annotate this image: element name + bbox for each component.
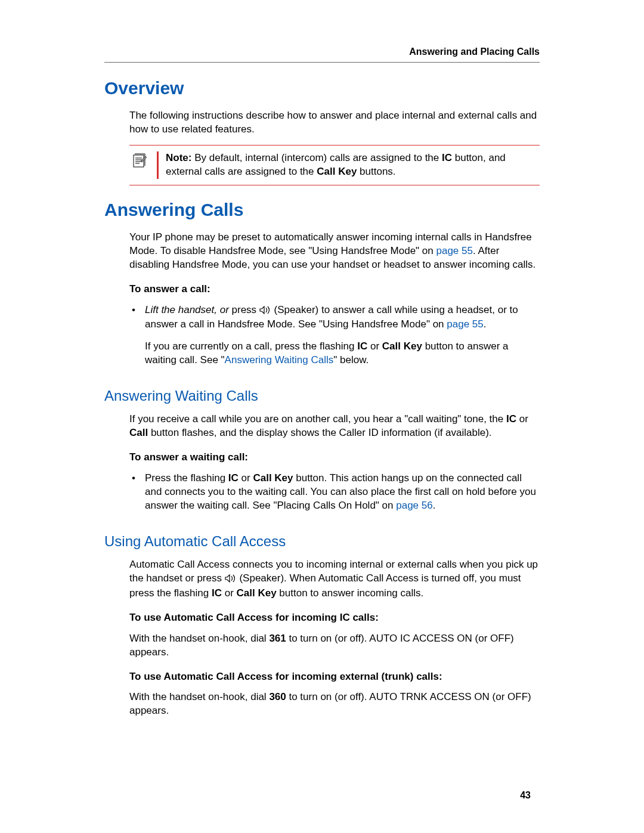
waiting-steps: Press the flashing IC or Call Key button… <box>129 472 540 513</box>
link-page-56[interactable]: page 56 <box>396 500 432 511</box>
overview-body: The following instructions describe how … <box>129 109 540 185</box>
answer-call-steps: Lift the handset, or press (Speaker) to … <box>129 304 540 368</box>
task-answer-waiting: To answer a waiting call: <box>129 451 540 465</box>
auto-paragraph-3: With the handset on-hook, dial 360 to tu… <box>129 690 540 718</box>
link-page-55[interactable]: page 55 <box>436 245 473 256</box>
auto-paragraph-2: With the handset on-hook, dial 361 to tu… <box>129 632 540 659</box>
note-label: Note: <box>166 152 191 163</box>
heading-overview: Overview <box>104 78 540 98</box>
task-auto-external: To use Automatic Call Access for incomin… <box>129 670 540 684</box>
page: Answering and Placing Calls Overview The… <box>0 0 644 833</box>
overview-paragraph: The following instructions describe how … <box>129 109 540 137</box>
header-rule <box>104 62 540 63</box>
answering-body: Your IP phone may be preset to automatic… <box>129 231 540 368</box>
running-header: Answering and Placing Calls <box>104 47 540 57</box>
note-bar <box>157 151 159 179</box>
auto-paragraph-1: Automatic Call Access connects you to in… <box>129 558 540 600</box>
task-answer-call: To answer a call: <box>129 283 540 296</box>
heading-answering-waiting: Answering Waiting Calls <box>104 388 540 404</box>
note-icon-cell <box>129 151 150 179</box>
note-text: Note: By default, internal (intercom) ca… <box>166 151 540 179</box>
speaker-icon <box>259 305 271 318</box>
note-icon <box>132 153 147 168</box>
page-number: 43 <box>520 790 531 801</box>
waiting-paragraph: If you receive a call while you are on a… <box>129 413 540 440</box>
auto-body: Automatic Call Access connects you to in… <box>129 558 540 718</box>
bullet-subparagraph: If you are currently on a call, press th… <box>145 340 540 367</box>
note-box: Note: By default, internal (intercom) ca… <box>129 145 540 185</box>
speaker-icon <box>225 573 237 587</box>
task-auto-ic: To use Automatic Call Access for incomin… <box>129 611 540 625</box>
heading-answering-calls: Answering Calls <box>104 200 540 220</box>
list-item: Lift the handset, or press (Speaker) to … <box>143 304 540 368</box>
link-answering-waiting[interactable]: Answering Waiting Calls <box>225 354 334 366</box>
list-item: Press the flashing IC or Call Key button… <box>143 472 540 513</box>
waiting-body: If you receive a call while you are on a… <box>129 413 540 513</box>
heading-automatic-call-access: Using Automatic Call Access <box>104 533 540 550</box>
link-page-55-b[interactable]: page 55 <box>447 318 483 330</box>
answering-paragraph: Your IP phone may be preset to automatic… <box>129 231 540 272</box>
